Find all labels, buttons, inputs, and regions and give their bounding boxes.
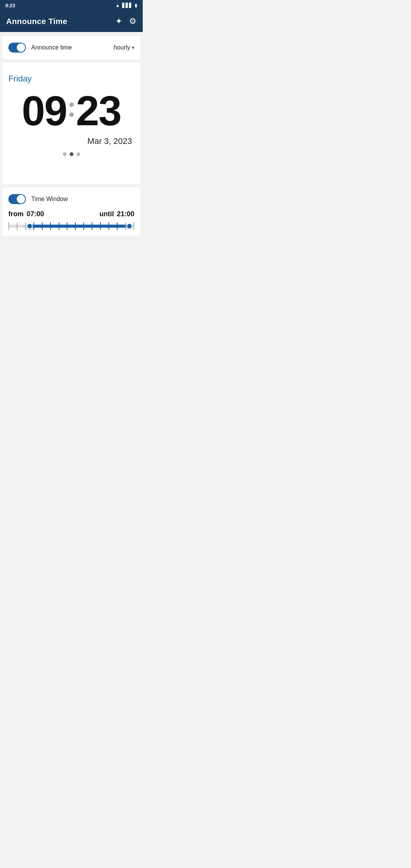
tick-10 [92, 222, 92, 230]
tick-0 [8, 222, 9, 230]
tick-5 [50, 222, 51, 230]
time-window-toggle[interactable] [8, 194, 26, 204]
time-window-row: Time Window [8, 194, 134, 204]
app-bar-title: Announce Time [6, 17, 67, 26]
tick-15 [134, 222, 134, 230]
colon-dot-bottom [69, 112, 74, 117]
colon-dot-top [69, 102, 74, 107]
tick-2 [25, 222, 26, 230]
tick-14 [125, 222, 126, 230]
settings-icon[interactable]: ⚙ [129, 16, 137, 26]
wifi-icon: ▲ [115, 3, 120, 8]
sparkles-icon[interactable]: ✦ [115, 16, 122, 26]
page-dot-2[interactable] [70, 152, 73, 156]
time-from: from 07:00 [8, 210, 44, 218]
tick-11 [100, 222, 101, 230]
clock-card: Friday 09 23 Mar 3, 2023 [2, 62, 140, 184]
announce-time-card: Announce time hourly ▾ [2, 36, 140, 59]
until-label: until [99, 210, 114, 218]
tick-7 [67, 222, 67, 230]
time-window-label: Time Window [31, 196, 68, 203]
battery-icon: ▮ [135, 3, 137, 8]
frequency-value: hourly [113, 44, 130, 51]
time-window-toggle-knob [17, 195, 25, 203]
clock-minutes: 23 [76, 90, 121, 132]
from-time: 07:00 [27, 210, 44, 218]
time-range-row: from 07:00 until 21:00 [8, 210, 134, 218]
tick-8 [75, 222, 76, 230]
clock-display: 09 23 [8, 90, 134, 132]
tick-4 [42, 222, 43, 230]
announce-time-label: Announce time [31, 44, 72, 51]
status-icons: ▲ ▋▋▋ ▮ [115, 3, 137, 8]
toggle-knob [17, 43, 25, 52]
page-dots [63, 152, 80, 156]
page-dot-1[interactable] [63, 152, 67, 156]
date-label: Mar 3, 2023 [88, 136, 132, 146]
tick-9 [83, 222, 84, 230]
tick-13 [117, 222, 118, 230]
tick-12 [108, 222, 109, 230]
time-until: until 21:00 [99, 210, 134, 218]
app-bar-actions: ✦ ⚙ [115, 16, 137, 26]
page-dot-3[interactable] [76, 152, 80, 156]
tick-6 [59, 222, 59, 230]
app-bar: Announce Time ✦ ⚙ [0, 11, 143, 32]
tick-1 [17, 222, 18, 230]
timeline-handle-left[interactable] [27, 223, 33, 229]
announce-time-toggle[interactable] [8, 43, 26, 53]
day-label: Friday [8, 74, 32, 84]
announce-left: Announce time [8, 43, 72, 53]
from-label: from [8, 210, 24, 218]
status-time: 9:23 [5, 3, 15, 8]
clock-colon [69, 102, 74, 117]
clock-hours: 09 [22, 90, 67, 132]
time-window-card: Time Window from 07:00 until 21:00 [2, 187, 140, 236]
timeline-container [8, 222, 134, 230]
announce-row: Announce time hourly ▾ [2, 36, 140, 59]
timeline-bar-bg [8, 225, 134, 228]
signal-icon: ▋▋▋ [122, 3, 132, 8]
tick-3 [33, 222, 34, 230]
until-time: 21:00 [117, 210, 134, 218]
timeline-handle-right[interactable] [126, 223, 132, 229]
announce-frequency-selector[interactable]: hourly ▾ [113, 44, 134, 51]
status-bar: 9:23 ▲ ▋▋▋ ▮ [0, 0, 143, 11]
main-content: Announce time hourly ▾ Friday 09 23 Mar … [0, 32, 143, 239]
chevron-down-icon: ▾ [132, 45, 134, 51]
